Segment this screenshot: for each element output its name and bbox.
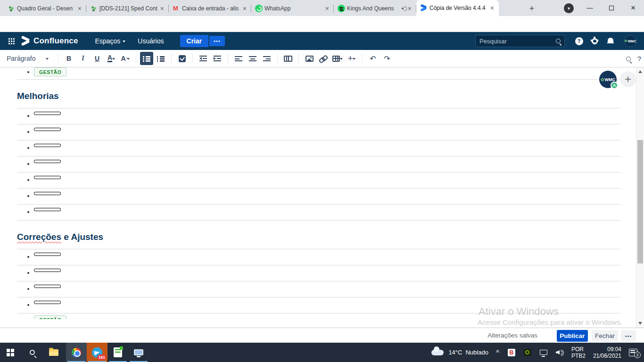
browser-tab[interactable]: Caixa de entrada - alis ×	[169, 1, 251, 16]
confluence-logo-icon[interactable]	[20, 36, 31, 46]
create-more-button[interactable]: •••	[209, 36, 225, 46]
tab-close-icon[interactable]: ×	[77, 5, 83, 12]
files-images-button[interactable]	[303, 52, 316, 65]
antivirus-tray-icon[interactable]: B	[508, 349, 515, 356]
list-item[interactable]	[17, 140, 620, 156]
global-search-input[interactable]: Pesquisar	[475, 35, 565, 47]
status-badge[interactable]	[34, 192, 61, 195]
user-avatar[interactable]: ✿WMC	[624, 35, 636, 47]
status-badge[interactable]	[34, 176, 61, 179]
paragraph-style-dropdown[interactable]: Parágrafo	[7, 55, 55, 62]
bullet-list-button[interactable]	[140, 52, 153, 65]
redo-button[interactable]: ↷	[380, 52, 394, 65]
editor-help-icon[interactable]: ?	[637, 55, 641, 63]
tab-close-icon[interactable]: ×	[407, 5, 413, 12]
close-editor-button[interactable]: Fechar	[592, 330, 618, 342]
tab-close-icon[interactable]: ×	[489, 4, 495, 12]
scroll-down-arrow[interactable]	[638, 322, 642, 325]
nav-spaces[interactable]: Espaços	[95, 37, 126, 45]
taskbar-search-button[interactable]	[22, 343, 42, 362]
tray-expand-icon[interactable]: ^	[496, 348, 499, 356]
status-badge[interactable]	[34, 253, 61, 256]
task-list-button[interactable]	[175, 52, 189, 65]
list-item[interactable]	[17, 281, 620, 297]
nvidia-tray-icon[interactable]	[524, 349, 531, 356]
editing-user-avatar[interactable]: ✿WMC A	[599, 71, 617, 88]
undo-button[interactable]: ↶	[366, 52, 380, 65]
volume-tray-icon[interactable]	[556, 350, 563, 355]
restore-button[interactable]	[601, 0, 622, 16]
browser-tab[interactable]: Quadro Geral - Desen ×	[4, 1, 86, 16]
notifications-bell-icon[interactable]	[605, 35, 616, 47]
tab-close-icon[interactable]: ×	[159, 5, 165, 12]
weather-icon[interactable]	[431, 350, 444, 355]
bold-button[interactable]: B	[62, 52, 75, 65]
status-badge[interactable]	[34, 301, 61, 304]
weather-temp[interactable]: 14°C	[448, 349, 462, 356]
status-badge[interactable]	[34, 144, 61, 147]
publish-button[interactable]: Publicar	[557, 330, 588, 342]
status-badge[interactable]	[34, 208, 61, 211]
status-badge[interactable]: GESTÃO	[34, 67, 66, 76]
align-center-button[interactable]	[246, 52, 259, 65]
browser-tab[interactable]: [DDS-2121] Sped Cont ×	[86, 1, 169, 16]
find-replace-icon[interactable]	[626, 57, 631, 61]
status-badge[interactable]	[34, 128, 61, 131]
page-layout-button[interactable]	[281, 52, 295, 65]
status-badge[interactable]	[34, 285, 61, 288]
minimize-button[interactable]: —	[579, 0, 601, 16]
numbered-list-button[interactable]	[154, 52, 167, 65]
app-switcher-icon[interactable]	[8, 38, 10, 40]
browser-tab[interactable]: WhatsApp ×	[251, 1, 334, 16]
status-badge[interactable]	[34, 160, 61, 163]
confluence-logo-text[interactable]: Confluence	[33, 36, 78, 46]
new-tab-button[interactable]: +	[526, 3, 537, 14]
weather-desc[interactable]: Nublado	[465, 349, 488, 356]
create-button[interactable]: Criar	[180, 35, 209, 47]
align-left-button[interactable]	[232, 52, 245, 65]
tab-close-icon[interactable]: ×	[324, 5, 330, 12]
scroll-up-arrow[interactable]	[638, 70, 642, 73]
file-explorer-button[interactable]	[43, 343, 64, 362]
list-item[interactable]	[17, 156, 620, 172]
insert-link-button[interactable]	[317, 52, 330, 65]
list-item[interactable]	[17, 204, 620, 220]
italic-button[interactable]: I	[76, 52, 90, 65]
align-right-button[interactable]	[260, 52, 273, 65]
status-badge[interactable]	[34, 269, 61, 272]
list-item[interactable]	[17, 108, 620, 124]
scrollbar-thumb[interactable]	[637, 140, 643, 263]
list-item[interactable]	[17, 124, 620, 140]
gear-icon[interactable]	[589, 35, 600, 47]
list-item[interactable]: GESTÃO	[17, 67, 620, 80]
text-color-button[interactable]: A	[105, 52, 118, 65]
list-item[interactable]	[17, 172, 620, 188]
telegram-taskbar-button[interactable]: 161	[87, 343, 107, 362]
list-item[interactable]	[17, 188, 620, 204]
list-item[interactable]	[17, 265, 620, 281]
scrollbar[interactable]	[636, 67, 644, 328]
status-badge[interactable]: GESTÃO	[34, 315, 66, 319]
status-badge[interactable]	[34, 112, 61, 115]
language-indicator[interactable]: PORPTB2	[571, 346, 586, 359]
chrome-taskbar-button[interactable]	[66, 343, 87, 362]
help-icon[interactable]: ?	[573, 35, 585, 47]
indent-button[interactable]	[211, 52, 224, 65]
insert-element-button[interactable]: +	[620, 71, 636, 87]
more-text-styles-button[interactable]: A°	[119, 52, 132, 65]
footer-more-button[interactable]: •••	[621, 330, 636, 342]
clock[interactable]: 09:0421/06/2021	[593, 346, 621, 359]
list-item[interactable]	[17, 249, 620, 265]
calc-taskbar-button[interactable]	[107, 343, 128, 362]
underline-button[interactable]: U	[91, 52, 104, 65]
editor-content[interactable]: GESTÃO Melhorias	[0, 67, 644, 328]
network-tray-icon[interactable]	[540, 350, 547, 355]
insert-table-button[interactable]	[331, 52, 344, 65]
tab-close-icon[interactable]: ×	[242, 5, 248, 12]
action-center-icon[interactable]: 2	[629, 349, 637, 356]
tab-audio-icon[interactable]	[401, 6, 407, 11]
close-window-button[interactable]: ×	[622, 0, 644, 16]
start-button[interactable]	[0, 343, 21, 362]
browser-tab[interactable]: Cópia de Versão 4.4.4 ×	[416, 0, 499, 16]
insert-more-button[interactable]: +	[345, 52, 358, 65]
